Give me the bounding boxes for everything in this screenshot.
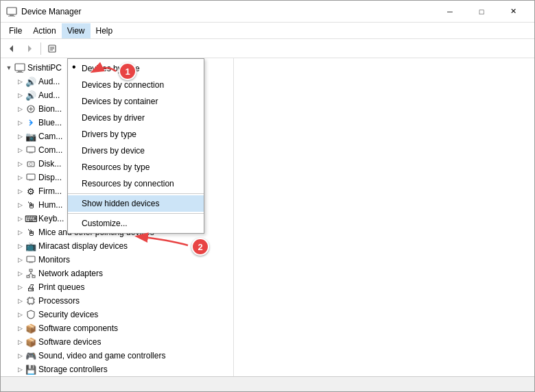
disk-icon xyxy=(25,158,36,169)
item-label: Firm... xyxy=(38,186,62,196)
maximize-button[interactable]: □ xyxy=(466,1,497,23)
svg-rect-17 xyxy=(27,162,34,167)
software-devices-label: Software devices xyxy=(38,337,101,347)
menu-devices-by-container[interactable]: Devices by container xyxy=(68,93,204,110)
expand-icon[interactable]: ▷ xyxy=(14,186,25,197)
menu-separator-2 xyxy=(68,213,204,214)
svg-rect-21 xyxy=(27,256,35,262)
print-icon: 🖨 xyxy=(25,282,36,293)
menu-devices-by-driver[interactable]: Devices by driver xyxy=(68,110,204,126)
device-manager-window: Device Manager ─ □ ✕ File Action View He… xyxy=(0,0,535,392)
list-item[interactable]: ▷ Security devices xyxy=(1,308,233,321)
root-expand-icon[interactable]: ▼ xyxy=(3,62,14,73)
svg-rect-20 xyxy=(29,180,33,181)
list-item[interactable]: ▷ 🎮 Sound, video and game controllers xyxy=(1,349,233,363)
minimize-button[interactable]: ─ xyxy=(434,1,466,23)
sound-label: Sound, video and game controllers xyxy=(38,351,165,360)
window-controls: ─ □ ✕ xyxy=(434,1,529,23)
computer-icon xyxy=(14,62,25,73)
item-label: Hum... xyxy=(38,200,62,210)
svg-rect-16 xyxy=(29,152,33,154)
bio-icon xyxy=(25,103,36,114)
main-content: ▼ SrishtiPC ▷ 🔊 Aud... ▷ 🔊 xyxy=(1,58,534,376)
monitors-icon xyxy=(25,254,36,265)
display-icon xyxy=(25,172,36,183)
list-item[interactable]: ▷ Network adapters xyxy=(1,267,233,280)
svg-rect-2 xyxy=(8,16,15,16)
miracast-icon: 📺 xyxy=(25,241,36,252)
expand-icon[interactable]: ▷ xyxy=(14,254,25,265)
root-label: SrishtiPC xyxy=(27,63,62,73)
view-dropdown-menu: Devices by type Devices by connection De… xyxy=(67,58,204,234)
forward-button[interactable] xyxy=(21,41,38,56)
list-item[interactable]: ▷ 🖨 Print queues xyxy=(1,280,233,294)
svg-rect-23 xyxy=(29,269,32,271)
expand-icon[interactable]: ▷ xyxy=(14,227,25,238)
expand-icon[interactable]: ▷ xyxy=(14,350,25,361)
expand-icon[interactable]: ▷ xyxy=(14,131,25,142)
security-label: Security devices xyxy=(38,310,98,319)
menu-drivers-by-device[interactable]: Drivers by device xyxy=(68,143,204,159)
camera-icon: 📷 xyxy=(25,131,36,142)
computer2-icon xyxy=(25,145,36,156)
menu-drivers-by-type[interactable]: Drivers by type xyxy=(68,126,204,143)
expand-icon[interactable]: ▷ xyxy=(14,241,25,252)
menu-show-hidden[interactable]: Show hidden devices xyxy=(68,195,204,212)
svg-marker-4 xyxy=(28,45,32,52)
expand-icon[interactable]: ▷ xyxy=(14,76,25,87)
app-icon xyxy=(6,6,17,17)
print-label: Print queues xyxy=(38,282,84,292)
expand-icon[interactable]: ▷ xyxy=(14,117,25,128)
menu-resources-by-connection[interactable]: Resources by connection xyxy=(68,175,204,192)
svg-rect-11 xyxy=(16,72,23,73)
item-label: Disk... xyxy=(38,159,61,169)
item-label: Blue... xyxy=(38,118,62,127)
menu-view[interactable]: View xyxy=(62,23,91,38)
expand-icon[interactable]: ▷ xyxy=(14,282,25,293)
mice-icon: 🖱 xyxy=(25,227,36,238)
processors-label: Processors xyxy=(38,296,80,306)
expand-icon[interactable]: ▷ xyxy=(14,323,25,334)
svg-rect-22 xyxy=(29,262,33,263)
back-button[interactable] xyxy=(3,41,20,56)
menu-resources-by-type[interactable]: Resources by type xyxy=(68,159,204,175)
expand-icon[interactable]: ▷ xyxy=(14,364,25,375)
item-label: Aud... xyxy=(38,77,60,86)
svg-rect-10 xyxy=(18,71,22,72)
title-bar: Device Manager ─ □ ✕ xyxy=(1,1,534,23)
svg-rect-19 xyxy=(27,174,35,180)
security-icon xyxy=(25,309,36,320)
software-components-label: Software components xyxy=(38,323,118,333)
list-item[interactable]: ▷ 📦 Software devices xyxy=(1,335,233,349)
monitors-label: Monitors xyxy=(38,255,70,265)
expand-icon[interactable]: ▷ xyxy=(14,336,25,347)
list-item[interactable]: ▷ 📦 Software components xyxy=(1,321,233,335)
svg-rect-0 xyxy=(7,8,16,14)
toolbar xyxy=(1,39,534,58)
menu-separator-1 xyxy=(68,193,204,194)
properties-button[interactable] xyxy=(44,41,60,56)
menu-file[interactable]: File xyxy=(3,23,27,38)
expand-icon[interactable]: ▷ xyxy=(14,268,25,279)
svg-point-18 xyxy=(29,163,32,166)
menu-help[interactable]: Help xyxy=(91,23,119,38)
expand-icon[interactable]: ▷ xyxy=(14,158,25,169)
close-button[interactable]: ✕ xyxy=(497,1,529,23)
status-bar xyxy=(1,376,534,391)
expand-icon[interactable]: ▷ xyxy=(14,145,25,156)
audio-icon: 🔊 xyxy=(25,76,36,87)
svg-rect-15 xyxy=(27,147,35,152)
expand-icon[interactable]: ▷ xyxy=(14,90,25,101)
arrow-1 xyxy=(83,61,121,82)
expand-icon[interactable]: ▷ xyxy=(14,103,25,114)
expand-icon[interactable]: ▷ xyxy=(14,199,25,210)
menu-action[interactable]: Action xyxy=(27,23,61,38)
list-item[interactable]: ▷ Processors xyxy=(1,294,233,308)
expand-icon[interactable]: ▷ xyxy=(14,309,25,320)
list-item[interactable]: ▷ 💾 Storage controllers xyxy=(1,363,233,376)
storage-icon: 💾 xyxy=(25,364,36,375)
expand-icon[interactable]: ▷ xyxy=(14,172,25,183)
expand-icon[interactable]: ▷ xyxy=(14,295,25,306)
audio2-icon: 🔊 xyxy=(25,90,36,101)
item-label: Cam... xyxy=(38,132,62,141)
